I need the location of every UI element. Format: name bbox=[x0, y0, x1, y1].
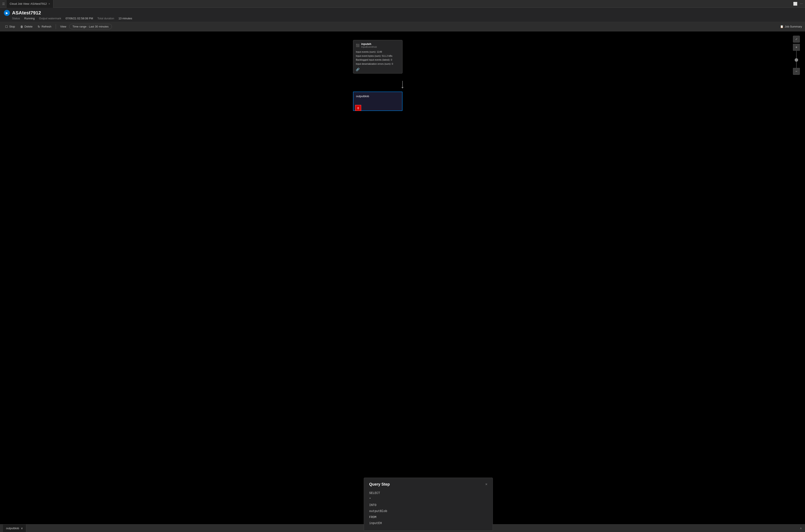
stat-4: Input deserialization errors (sum): 0 bbox=[356, 62, 400, 66]
delete-label: Delete bbox=[24, 25, 33, 28]
cloud-job-tab[interactable]: Cloud Job View: ASAtest7912 × bbox=[7, 0, 53, 8]
duration-value: 13 minutes bbox=[118, 17, 132, 20]
stop-icon: ☐ bbox=[5, 25, 8, 28]
zoom-controls: ⤢ + − bbox=[793, 36, 800, 75]
refresh-label: Refresh bbox=[41, 25, 51, 28]
query-panel-close-button[interactable]: × bbox=[485, 482, 488, 487]
stat-2: Input event bytes (sum): 511.2 kBs bbox=[356, 54, 400, 58]
input-node[interactable]: ⬛ inputeh InputEventHub Input events (su… bbox=[353, 40, 403, 74]
query-panel-title: Query Step bbox=[369, 482, 390, 487]
status-label: Status bbox=[12, 17, 20, 20]
menu-icon: ☰ bbox=[2, 2, 5, 5]
job-icon: ▶ bbox=[4, 10, 10, 16]
query-line-3: INTO bbox=[369, 502, 488, 508]
canvas-area: ⤢ + − ⬛ inputeh InputEventHub Input even… bbox=[0, 31, 805, 531]
time-range-label: Time range : Last 30 minutes bbox=[73, 25, 109, 28]
toolbar: ☐ Stop 🗑 Delete ↻ Refresh View Time rang… bbox=[0, 22, 805, 31]
zoom-slider-thumb[interactable] bbox=[795, 58, 798, 62]
query-line-5: FROM bbox=[369, 514, 488, 520]
query-panel-header: Query Step × bbox=[369, 482, 488, 487]
tab-bar: ☰ Cloud Job View: ASAtest7912 × ⬜ ··· bbox=[0, 0, 805, 8]
bottom-tab-outputblob[interactable]: outputblob ∨ bbox=[3, 525, 26, 532]
bottom-tab-expand-icon[interactable]: ∧ bbox=[800, 527, 802, 530]
bottom-tab-chevron-icon: ∨ bbox=[21, 527, 23, 530]
job-summary-button[interactable]: 📋 Job Summary bbox=[780, 25, 802, 28]
output-node-query-icon[interactable]: {} bbox=[355, 105, 361, 111]
zoom-in-button[interactable]: + bbox=[793, 44, 800, 51]
toolbar-separator bbox=[56, 24, 56, 29]
node-footer: 🔗 bbox=[356, 68, 400, 71]
stop-label: Stop bbox=[9, 25, 15, 28]
layout-icon[interactable]: ⬜ bbox=[793, 2, 798, 6]
node-type-icon: ⬛ bbox=[356, 44, 360, 47]
view-button[interactable]: View bbox=[58, 24, 68, 29]
title-bar: ▶ ASAtest7912 Status Running Output wate… bbox=[0, 8, 805, 22]
more-icon[interactable]: ··· bbox=[800, 2, 803, 6]
status-row: Status Running Output watermark 07/06/21… bbox=[12, 17, 801, 20]
flow-arrow bbox=[402, 81, 403, 87]
node-subtitle: InputEventHub bbox=[361, 45, 377, 48]
query-line-4: outputBlob bbox=[369, 508, 488, 514]
node-title: inputeh bbox=[361, 42, 377, 45]
watermark-label: Output watermark bbox=[39, 17, 61, 20]
output-node-title: outputblob bbox=[356, 95, 400, 98]
view-label: View bbox=[60, 25, 66, 28]
node-header: ⬛ inputeh InputEventHub bbox=[356, 42, 400, 48]
query-content: SELECT * INTO outputBlob FROM inputEH bbox=[369, 490, 488, 526]
tab-close-button[interactable]: × bbox=[49, 2, 50, 5]
query-line-6: inputEH bbox=[369, 520, 488, 526]
zoom-fit-button[interactable]: ⤢ bbox=[793, 36, 800, 42]
delete-icon: 🗑 bbox=[20, 25, 23, 28]
job-summary-icon: 📋 bbox=[780, 25, 784, 28]
output-node[interactable]: outputblob {} bbox=[353, 92, 403, 111]
job-title: ASAtest7912 bbox=[12, 10, 41, 16]
delete-button[interactable]: 🗑 Delete bbox=[18, 24, 35, 30]
bottom-tab-label: outputblob bbox=[6, 527, 19, 530]
stat-1: Input events (sum): 1149 bbox=[356, 50, 400, 54]
zoom-slider-track bbox=[796, 51, 797, 68]
watermark-value: 07/06/21 02:58:08 PM bbox=[66, 17, 93, 20]
time-range-button[interactable]: Time range : Last 30 minutes bbox=[69, 24, 112, 29]
status-value: Running bbox=[24, 17, 35, 20]
tab-label: Cloud Job View: ASAtest7912 bbox=[10, 2, 47, 5]
window-actions: ⬜ ··· bbox=[793, 2, 803, 6]
refresh-icon: ↻ bbox=[38, 25, 40, 28]
node-stats: Input events (sum): 1149 Input event byt… bbox=[356, 50, 400, 66]
query-step-panel: Query Step × SELECT * INTO outputBlob FR… bbox=[364, 478, 493, 531]
stat-3: Backlogged input events (latest): 0 bbox=[356, 58, 400, 62]
stop-button[interactable]: ☐ Stop bbox=[3, 24, 17, 30]
duration-label: Total duration bbox=[97, 17, 114, 20]
zoom-out-button[interactable]: − bbox=[793, 68, 800, 75]
query-line-2: * bbox=[369, 496, 488, 502]
refresh-button[interactable]: ↻ Refresh bbox=[36, 24, 54, 30]
job-summary-label: Job Summary bbox=[785, 25, 802, 28]
title-row: ▶ ASAtest7912 bbox=[4, 10, 801, 16]
query-line-1: SELECT bbox=[369, 490, 488, 496]
